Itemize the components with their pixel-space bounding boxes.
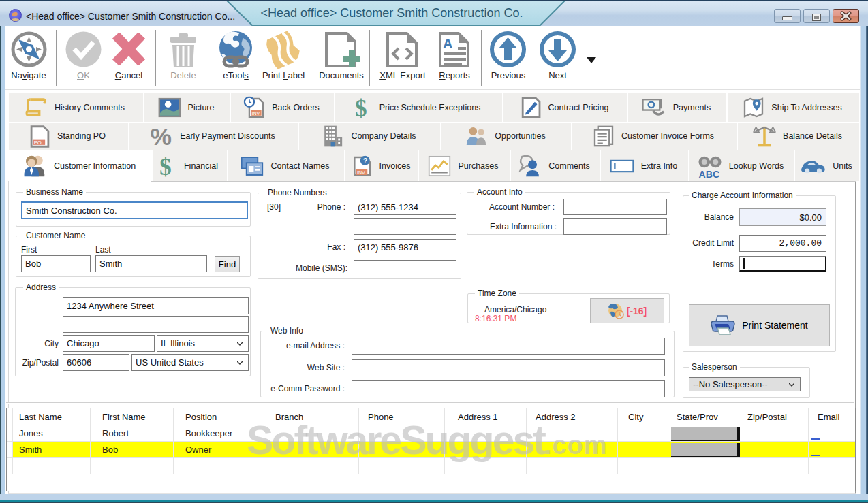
svg-text:%: % xyxy=(151,124,172,148)
svg-text:INV: INV xyxy=(356,169,365,175)
svg-text:INV: INV xyxy=(252,111,260,116)
svg-text:PO: PO xyxy=(34,140,42,146)
svg-text:?: ? xyxy=(362,157,367,165)
svg-text:$: $ xyxy=(356,95,367,119)
svg-text:$: $ xyxy=(160,154,172,178)
svg-text:ABC: ABC xyxy=(698,168,719,178)
svg-text:A: A xyxy=(443,36,452,51)
